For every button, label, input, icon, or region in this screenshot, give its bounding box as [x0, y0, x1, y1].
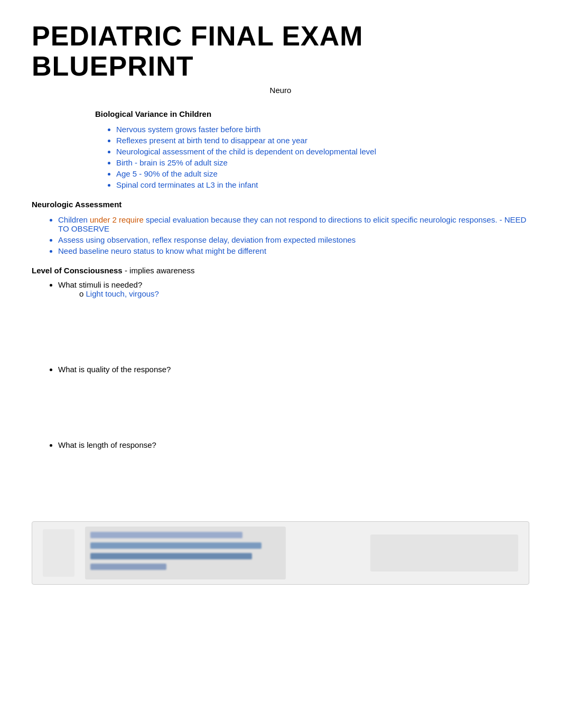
list-item: Spinal cord terminates at L3 in the infa…	[116, 180, 529, 189]
list-item-stimuli: What stimuli is needed? Light touch, vir…	[58, 280, 529, 298]
blurred-line	[90, 564, 166, 570]
list-item: Children under 2 require special evaluat…	[58, 215, 529, 233]
list-item: Birth - brain is 25% of adult size	[116, 158, 529, 167]
loc-length-list: What is length of response?	[58, 440, 529, 449]
list-item-length: What is length of response?	[58, 440, 529, 449]
blurred-line	[90, 542, 261, 549]
sub-list-item: Light touch, virgous?	[79, 289, 529, 298]
list-item: Age 5 - 90% of the adult size	[116, 169, 529, 178]
blurred-panel-right	[370, 535, 518, 572]
spacer2	[32, 377, 529, 440]
loc-quality-list: What is quality of the response?	[58, 365, 529, 374]
loc-heading-rest: - implies awareness	[123, 266, 195, 275]
loc-heading-bold: Level of Consciousness	[32, 266, 123, 275]
blurred-line	[90, 553, 252, 559]
page-title: PEDIATRIC FINAL EXAM BLUEPRINT	[32, 21, 529, 81]
level-of-consciousness-section: Level of Consciousness - implies awarene…	[32, 266, 529, 275]
list-item: Assess using observation, reflex respons…	[58, 235, 529, 244]
list-item: Reflexes present at birth tend to disapp…	[116, 136, 529, 145]
loc-list: What stimuli is needed? Light touch, vir…	[58, 280, 529, 298]
spacer3	[32, 453, 529, 505]
section1-list: Nervous system grows faster before birth…	[116, 125, 529, 189]
list-item: Neurological assessment of the child is …	[116, 147, 529, 156]
blurred-line	[90, 532, 242, 538]
section2-heading: Neurologic Assessment	[32, 200, 529, 209]
bottom-blurred-area	[32, 521, 529, 585]
page-subtitle: Neuro	[32, 86, 529, 95]
section2-list: Children under 2 require special evaluat…	[58, 215, 529, 255]
blurred-panel-center	[85, 527, 286, 579]
section1-heading: Biological Variance in Children	[95, 109, 529, 118]
list-item-quality: What is quality of the response?	[58, 365, 529, 374]
sub-list: Light touch, virgous?	[79, 289, 529, 298]
list-item: Nervous system grows faster before birth	[116, 125, 529, 134]
spacer1	[32, 301, 529, 365]
blurred-panel-left	[43, 529, 74, 577]
list-item: Need baseline neuro status to know what …	[58, 246, 529, 255]
